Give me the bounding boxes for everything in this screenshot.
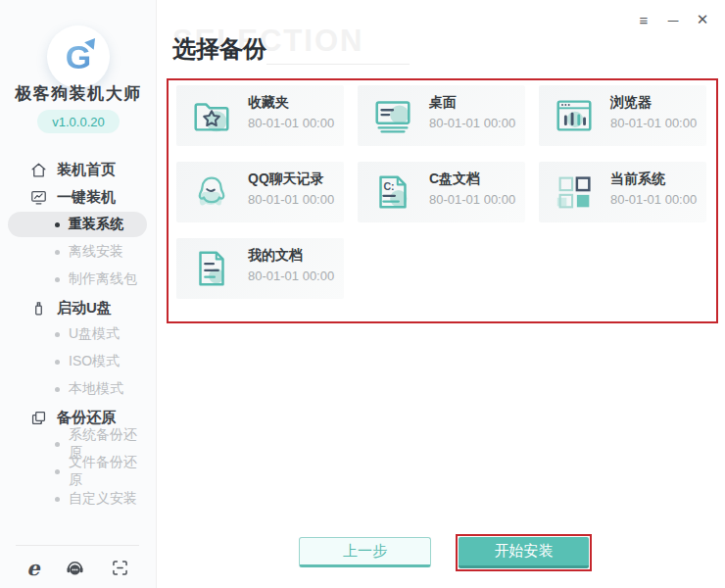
backup-card-c-drive-docs[interactable]: C: C盘文档 80-01-01 00:00 — [358, 162, 525, 222]
backup-card-timestamp: 80-01-01 00:00 — [248, 269, 334, 283]
sidebar-item-label: 重装系统 — [69, 216, 123, 233]
previous-step-button[interactable]: 上一步 — [299, 537, 431, 567]
app-logo: G — [47, 25, 110, 88]
sidebar-item-one-click-install[interactable]: 一键装机 — [0, 183, 157, 211]
menu-icon[interactable]: ≡ — [635, 10, 652, 29]
backup-card-title: 我的文档 — [248, 247, 303, 265]
browser-chart-icon — [552, 93, 597, 138]
close-icon[interactable]: ✕ — [694, 10, 711, 29]
sidebar-item-label: 装机首页 — [57, 161, 116, 179]
sidebar-item-iso-mode[interactable]: ISO模式 — [8, 349, 147, 374]
sidebar-item-label: 一键装机 — [57, 188, 116, 207]
backup-card-favorites[interactable]: 收藏夹 80-01-01 00:00 — [176, 85, 344, 146]
bullet-icon — [55, 469, 60, 474]
bullet-icon — [55, 277, 60, 282]
backup-card-title: C盘文档 — [429, 171, 480, 188]
sidebar-item-install-home[interactable]: 装机首页 — [0, 156, 157, 183]
usb-drive-icon — [29, 299, 48, 318]
home-icon — [29, 161, 48, 179]
sidebar-toolbar: e — [0, 553, 157, 582]
backup-card-timestamp: 80-01-01 00:00 — [429, 192, 515, 207]
sidebar-item-label: U盘模式 — [69, 325, 120, 343]
folder-star-icon — [189, 93, 234, 138]
minimize-icon[interactable]: ─ — [664, 10, 682, 29]
sidebar-item-local-mode[interactable]: 本地模式 — [8, 376, 147, 402]
start-install-highlight-rectangle: 开始安装 — [456, 534, 592, 571]
title-underline — [266, 64, 410, 65]
bullet-icon — [55, 332, 60, 337]
sidebar-item-boot-usb[interactable]: 启动U盘 — [0, 294, 157, 321]
backup-card-current-system[interactable]: 当前系统 80-01-01 00:00 — [539, 162, 706, 222]
bullet-icon — [55, 387, 60, 392]
bullet-icon — [55, 360, 60, 365]
sidebar-item-offline-install[interactable]: 离线安装 — [8, 239, 147, 265]
backup-card-browser[interactable]: 浏览器 80-01-01 00:00 — [539, 85, 706, 146]
backup-card-timestamp: 80-01-01 00:00 — [610, 192, 697, 207]
app-window: G 极客狗装机大师 v1.0.0.20 装机首页 一键装机 重装系统 离线安装 — [0, 0, 725, 588]
sidebar-item-reinstall-system[interactable]: 重装系统 — [8, 212, 147, 237]
sidebar-item-usb-mode[interactable]: U盘模式 — [8, 321, 147, 347]
sidebar-divider — [16, 545, 139, 546]
c-drive-doc-icon: C: — [370, 170, 415, 215]
sidebar-item-label: ISO模式 — [69, 353, 120, 370]
sidebar-item-label: 本地模式 — [69, 380, 123, 398]
qq-penguin-icon — [189, 170, 234, 215]
bullet-icon — [55, 497, 60, 502]
backup-card-my-documents[interactable]: 我的文档 80-01-01 00:00 — [176, 238, 344, 299]
bullet-icon — [55, 442, 60, 447]
backup-card-title: 浏览器 — [610, 94, 652, 112]
backup-restore-icon — [29, 409, 48, 427]
bullet-icon — [55, 250, 60, 255]
sidebar-item-label: 离线安装 — [69, 243, 123, 261]
sidebar-item-label: 制作离线包 — [69, 270, 137, 288]
sidebar-item-label: 备份还原 — [57, 409, 116, 427]
sidebar: G 极客狗装机大师 v1.0.0.20 装机首页 一键装机 重装系统 离线安装 — [0, 0, 157, 588]
svg-text:C:: C: — [383, 180, 394, 192]
system-tiles-icon — [552, 170, 597, 215]
scan-qr-icon[interactable] — [110, 558, 130, 578]
customer-service-headset-icon[interactable] — [64, 557, 86, 579]
sidebar-item-make-offline-pack[interactable]: 制作离线包 — [8, 267, 147, 292]
app-name: 极客狗装机大师 — [0, 82, 157, 105]
window-controls: ≡ ─ ✕ — [635, 10, 711, 29]
start-install-button[interactable]: 开始安装 — [459, 537, 589, 568]
document-icon — [189, 246, 234, 291]
version-badge: v1.0.0.20 — [37, 110, 120, 133]
sidebar-item-file-backup-restore[interactable]: 文件备份还原 — [8, 459, 147, 484]
monitor-chart-icon — [29, 188, 48, 207]
backup-card-timestamp: 80-01-01 00:00 — [429, 116, 515, 130]
bullet-icon — [55, 222, 60, 227]
backup-card-title: 桌面 — [429, 94, 457, 112]
backup-card-qq-chat[interactable]: QQ聊天记录 80-01-01 00:00 — [176, 162, 344, 222]
backup-card-title: 当前系统 — [610, 171, 665, 188]
backup-card-desktop[interactable]: 桌面 80-01-01 00:00 — [358, 85, 525, 146]
sidebar-item-label: 启动U盘 — [57, 299, 112, 318]
backup-card-timestamp: 80-01-01 00:00 — [248, 116, 334, 130]
backup-card-title: 收藏夹 — [248, 94, 289, 112]
sidebar-item-label: 文件备份还原 — [69, 454, 147, 489]
browser-ie-icon[interactable]: e — [26, 558, 39, 578]
page-title: 选择备份 — [172, 33, 266, 65]
sidebar-item-label: 自定义安装 — [69, 490, 137, 508]
desktop-icon — [370, 93, 415, 138]
backup-card-timestamp: 80-01-01 00:00 — [610, 116, 697, 130]
backup-card-title: QQ聊天记录 — [248, 171, 324, 188]
sidebar-item-custom-install[interactable]: 自定义安装 — [8, 486, 147, 512]
backup-card-timestamp: 80-01-01 00:00 — [248, 192, 334, 207]
